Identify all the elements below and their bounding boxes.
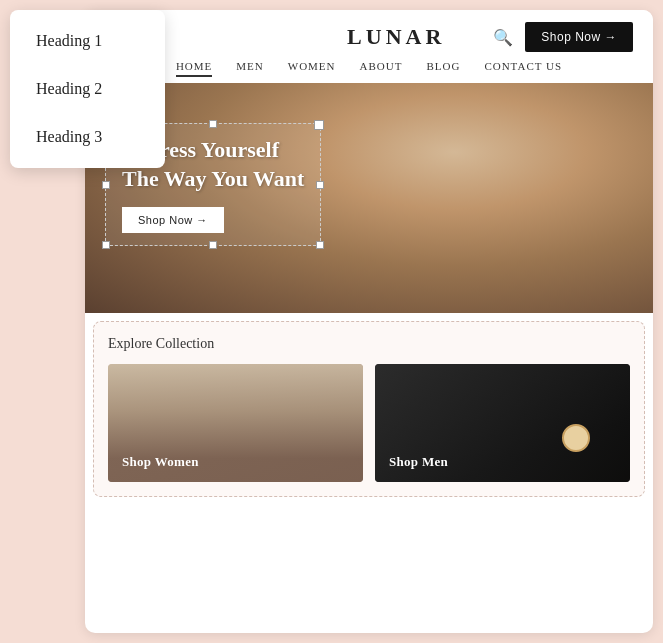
resize-handle-mid-left[interactable] — [102, 181, 110, 189]
search-button[interactable]: 🔍 — [493, 28, 513, 47]
resize-handle-bottom-right[interactable] — [316, 241, 324, 249]
watch-decoration — [562, 424, 590, 452]
collection-card-women[interactable]: Shop Women — [108, 364, 363, 482]
resize-handle-bottom-left[interactable] — [102, 241, 110, 249]
resize-handle-bottom-mid[interactable] — [209, 241, 217, 249]
women-card-label: Shop Women — [122, 454, 199, 470]
collection-grid: Shop Women Shop Men — [108, 364, 630, 482]
nav-blog[interactable]: BLOG — [426, 60, 460, 77]
nav-women[interactable]: WOMEN — [288, 60, 336, 77]
resize-handle-mid-right[interactable] — [316, 181, 324, 189]
explore-section: Explore Collection Shop Women Shop Men — [93, 321, 645, 497]
site-nav: HOME MEN WOMEN ABOUT BLOG CONTACT US — [85, 52, 653, 83]
heading2-item[interactable]: Heading 2 — [16, 66, 159, 112]
nav-home[interactable]: HOME — [176, 60, 212, 77]
nav-about[interactable]: ABOUT — [360, 60, 403, 77]
site-logo: LUNAR — [299, 24, 493, 50]
men-card-label: Shop Men — [389, 454, 448, 470]
nav-contact[interactable]: CONTACT US — [484, 60, 562, 77]
explore-title: Explore Collection — [108, 336, 630, 352]
hero-section: Express Yourself The Way You Want Shop N… — [85, 83, 653, 313]
site-header: LUNAR 🔍 Shop Now → — [85, 10, 653, 52]
heading3-item[interactable]: Heading 3 — [16, 114, 159, 160]
nav-men[interactable]: MEN — [236, 60, 263, 77]
collection-card-men[interactable]: Shop Men — [375, 364, 630, 482]
heading-dropdown: Heading 1 Heading 2 Heading 3 — [10, 10, 165, 168]
heading1-item[interactable]: Heading 1 — [16, 18, 159, 64]
website-panel: LUNAR 🔍 Shop Now → HOME MEN WOMEN ABOUT … — [85, 10, 653, 633]
hero-shop-button[interactable]: Shop Now → — [122, 207, 224, 233]
header-shop-now-button[interactable]: Shop Now → — [525, 22, 633, 52]
header-actions: 🔍 Shop Now → — [493, 22, 633, 52]
resize-handle-top-mid[interactable] — [209, 120, 217, 128]
